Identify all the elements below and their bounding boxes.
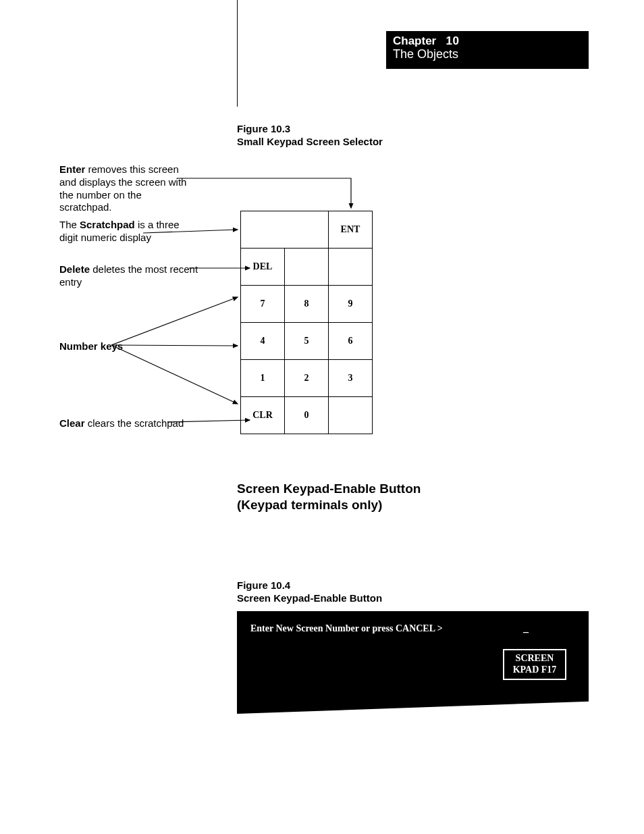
chapter-number: 10 [446,34,459,47]
figure-104-title: Screen Keypad-Enable Button [237,592,382,605]
key-2[interactable]: 2 [285,360,329,397]
panel-prompt: Enter New Screen Number or press CANCEL … [250,623,443,634]
key-1[interactable]: 1 [241,360,285,397]
key-del[interactable]: DEL [241,249,285,286]
figure-title: Small Keypad Screen Selector [237,136,383,149]
key-5[interactable]: 5 [285,323,329,360]
chapter-banner: Chapter 10 The Objects [386,31,589,69]
figure-104-number: Figure 10.4 [237,579,382,592]
key-clr[interactable]: CLR [241,397,285,434]
key-blank-2 [329,249,373,286]
key-3[interactable]: 3 [329,360,373,397]
section-heading: Screen Keypad-Enable Button (Keypad term… [237,481,421,513]
annotation-number-keys: Number keys [59,340,194,353]
annotation-clear-rest: clears the scratchpad [85,417,184,429]
svg-line-2 [111,297,238,345]
keypad-enable-panel: Enter New Screen Number or press CANCEL … [237,611,589,714]
annotation-scratchpad-bold: Scratchpad [80,219,135,230]
keypad: ENT DEL 7 8 9 4 5 6 1 2 3 CLR 0 [240,211,373,434]
svg-line-4 [111,345,238,404]
screen-kpad-button-l1: SCREEN [516,653,554,664]
chapter-line: Chapter 10 [393,35,582,48]
section-heading-l2: (Keypad terminals only) [237,497,421,513]
key-7[interactable]: 7 [241,286,285,323]
key-6[interactable]: 6 [329,323,373,360]
annotation-clear: Clear clears the scratchpad [59,417,201,430]
key-8[interactable]: 8 [285,286,329,323]
key-blank-1 [285,249,329,286]
key-ent[interactable]: ENT [329,211,373,249]
annotation-delete: Delete deletes the most recent entry [59,263,201,289]
section-heading-l1: Screen Keypad-Enable Button [237,481,421,497]
scratchpad-display [241,211,329,249]
annotation-number-keys-bold: Number keys [59,340,123,352]
top-vertical-rule [237,0,238,107]
screen-kpad-button-l2: KPAD F17 [513,664,557,676]
annotation-enter: Enter removes this screen and displays t… [59,163,194,214]
figure-10-4-caption: Figure 10.4 Screen Keypad-Enable Button [237,579,382,605]
annotation-scratchpad-pre: The [59,219,80,230]
annotation-clear-bold: Clear [59,417,85,429]
annotation-delete-bold: Delete [59,263,90,275]
key-0[interactable]: 0 [285,397,329,434]
annotation-enter-bold: Enter [59,163,85,175]
chapter-subtitle: The Objects [393,48,582,61]
chapter-label: Chapter [393,34,436,47]
key-blank-3 [329,397,373,434]
annotation-scratchpad: The Scratchpad is a three digit numeric … [59,219,194,244]
panel-cursor: _ [523,622,529,634]
screen-kpad-button[interactable]: SCREEN KPAD F17 [503,649,566,680]
key-9[interactable]: 9 [329,286,373,323]
figure-number: Figure 10.3 [237,123,383,136]
figure-10-3-caption: Figure 10.3 Small Keypad Screen Selector [237,123,383,149]
key-4[interactable]: 4 [241,323,285,360]
